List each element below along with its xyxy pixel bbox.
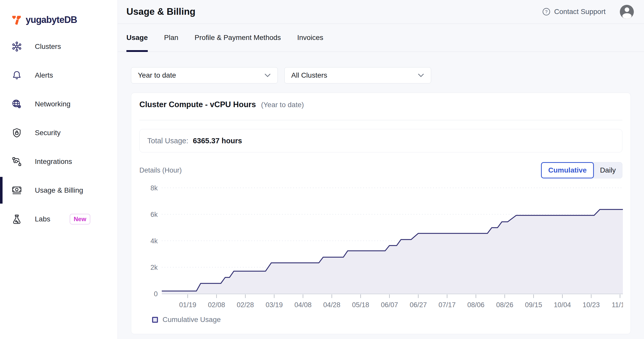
help-circle-icon: ?	[542, 7, 551, 16]
svg-text:04/08: 04/08	[294, 301, 312, 309]
usage-content: Year to date All Clusters Cluster Comput…	[118, 52, 644, 334]
sidebar-item-clusters[interactable]: Clusters	[0, 32, 118, 61]
svg-text:09/15: 09/15	[525, 301, 542, 309]
card-title: Cluster Compute - vCPU Hours	[139, 100, 256, 109]
sidebar-item-networking[interactable]: Networking	[0, 90, 118, 118]
cumulative-usage-area-chart[interactable]: 02k4k6k8k01/1902/0802/2803/1904/0804/280…	[139, 182, 623, 311]
tab-usage[interactable]: Usage	[126, 24, 148, 51]
compute-usage-card: Cluster Compute - vCPU Hours (Year to da…	[131, 93, 631, 334]
globe-gear-icon	[11, 99, 22, 109]
svg-text:06/27: 06/27	[410, 301, 427, 309]
chart-legend: Cumulative Usage	[139, 316, 622, 324]
cluster-select-value: All Clusters	[291, 71, 327, 79]
sidebar-item-integrations[interactable]: Integrations	[0, 147, 118, 176]
sidebar-item-label: Security	[35, 129, 61, 137]
billing-tabs: Usage Plan Profile & Payment Methods Inv…	[118, 24, 644, 52]
chevron-down-icon	[418, 73, 424, 77]
contact-support-button[interactable]: ? Contact Support	[542, 7, 606, 16]
cluster-select[interactable]: All Clusters	[284, 67, 431, 83]
svg-text:03/19: 03/19	[266, 301, 283, 309]
filters-row: Year to date All Clusters	[131, 67, 631, 83]
view-mode-toggle: Cumulative Daily	[541, 162, 622, 178]
main-area: Usage & Billing ? Contact Support Usage …	[118, 0, 644, 339]
sidebar-item-label: Alerts	[35, 71, 53, 79]
sidebar-item-label: Networking	[35, 100, 70, 108]
svg-text:?: ?	[545, 9, 547, 14]
usage-chart: 02k4k6k8k01/1902/0802/2803/1904/0804/280…	[139, 182, 622, 312]
yugabyte-logo-icon	[11, 14, 22, 26]
sidebar: yugabyteDB Clusters	[0, 0, 118, 339]
sidebar-item-label: Usage & Billing	[35, 186, 83, 194]
contact-support-label: Contact Support	[554, 8, 606, 16]
card-subtitle: (Year to date)	[261, 101, 304, 109]
page-title: Usage & Billing	[126, 6, 542, 17]
svg-text:01/19: 01/19	[179, 301, 196, 309]
new-badge: New	[70, 214, 90, 224]
legend-checkbox[interactable]	[152, 317, 158, 323]
sidebar-item-usage-billing[interactable]: Usage & Billing	[0, 176, 118, 205]
legend-label: Cumulative Usage	[163, 316, 221, 324]
clusters-icon	[11, 41, 22, 52]
page-header: Usage & Billing ? Contact Support	[118, 0, 644, 24]
integrations-icon	[11, 156, 22, 167]
chevron-down-icon	[264, 73, 271, 77]
svg-text:4k: 4k	[150, 237, 158, 245]
card-header: Cluster Compute - vCPU Hours (Year to da…	[139, 93, 622, 115]
svg-text:2k: 2k	[150, 264, 158, 271]
brand-logo[interactable]: yugabyteDB	[0, 0, 118, 32]
svg-text:04/28: 04/28	[323, 301, 341, 309]
svg-text:07/17: 07/17	[438, 301, 456, 309]
sidebar-item-labs[interactable]: Labs New	[0, 205, 118, 233]
svg-text:02/08: 02/08	[208, 301, 225, 309]
flask-icon	[11, 214, 22, 224]
sidebar-item-label: Clusters	[35, 43, 61, 51]
period-select[interactable]: Year to date	[131, 67, 278, 83]
tab-profile-payment-methods[interactable]: Profile & Payment Methods	[195, 24, 281, 51]
svg-text:10/23: 10/23	[583, 301, 600, 309]
card-divider	[139, 120, 622, 120]
brand-name: yugabyteDB	[26, 15, 77, 25]
total-usage-box: Total Usage: 6365.37 hours	[139, 129, 622, 152]
user-avatar[interactable]	[620, 5, 634, 19]
shield-lock-icon	[11, 128, 22, 138]
daily-toggle-button[interactable]: Daily	[594, 162, 622, 178]
tab-invoices[interactable]: Invoices	[297, 24, 323, 51]
total-usage-value: 6365.37 hours	[193, 137, 242, 145]
svg-text:05/18: 05/18	[352, 301, 369, 309]
details-row: Details (Hour) Cumulative Daily	[139, 162, 622, 178]
cumulative-toggle-button[interactable]: Cumulative	[541, 162, 594, 178]
app-window: yugabyteDB Clusters	[0, 0, 644, 339]
sidebar-item-label: Integrations	[35, 158, 72, 166]
svg-text:08/06: 08/06	[467, 301, 485, 309]
period-select-value: Year to date	[138, 71, 176, 79]
svg-text:06/07: 06/07	[381, 301, 398, 309]
avatar-body	[622, 13, 632, 19]
svg-text:08/26: 08/26	[496, 301, 514, 309]
svg-text:11/13: 11/13	[612, 301, 623, 309]
avatar-head	[625, 7, 629, 12]
details-label: Details (Hour)	[139, 166, 182, 174]
sidebar-item-alerts[interactable]: Alerts	[0, 61, 118, 90]
svg-text:8k: 8k	[150, 184, 158, 192]
banknote-icon	[11, 185, 22, 196]
bell-icon	[11, 70, 22, 81]
svg-text:0: 0	[154, 290, 158, 298]
svg-text:02/28: 02/28	[237, 301, 254, 309]
sidebar-item-label: Labs	[35, 215, 50, 223]
sidebar-item-security[interactable]: Security	[0, 118, 118, 147]
svg-text:6k: 6k	[150, 211, 158, 218]
sidebar-nav: Clusters Alerts	[0, 32, 118, 233]
tab-plan[interactable]: Plan	[164, 24, 178, 51]
total-usage-label: Total Usage:	[147, 137, 188, 145]
svg-text:10/04: 10/04	[554, 301, 571, 309]
